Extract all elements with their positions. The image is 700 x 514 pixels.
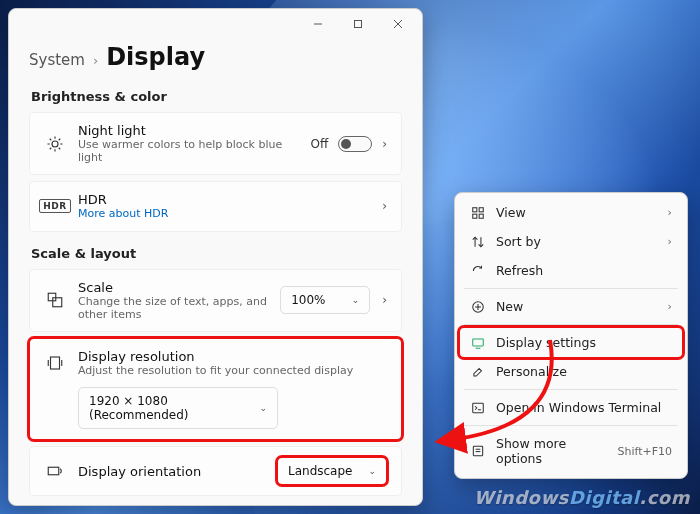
resolution-sub: Adjust the resolution to fit your connec… (78, 364, 387, 377)
night-light-sub: Use warmer colors to help block blue lig… (78, 138, 298, 164)
night-light-state: Off (310, 137, 328, 151)
svg-rect-32 (473, 446, 482, 455)
svg-rect-1 (355, 21, 362, 28)
chevron-right-icon: › (668, 206, 672, 219)
resolution-title: Display resolution (78, 349, 387, 364)
svg-rect-22 (479, 214, 483, 218)
svg-rect-19 (473, 207, 477, 211)
night-light-row[interactable]: Night light Use warmer colors to help bl… (29, 112, 402, 175)
watermark: WindowsDigital.com (474, 487, 690, 508)
minimize-button[interactable] (298, 10, 338, 38)
chevron-down-icon: ⌄ (352, 295, 360, 305)
svg-line-12 (59, 138, 61, 140)
svg-rect-18 (48, 467, 59, 475)
svg-rect-13 (48, 294, 56, 302)
settings-window: System › Display Brightness & color Nigh… (8, 8, 423, 506)
breadcrumb: System › Display (29, 43, 402, 71)
orientation-title: Display orientation (78, 464, 265, 479)
chevron-down-icon: ⌄ (259, 403, 267, 413)
svg-line-10 (59, 147, 61, 149)
breadcrumb-separator: › (93, 53, 98, 68)
resolution-select[interactable]: 1920 × 1080 (Recommended)⌄ (78, 387, 278, 429)
display-icon (470, 336, 486, 350)
hdr-icon: HDR (44, 199, 66, 213)
refresh-icon (470, 264, 486, 278)
svg-rect-30 (473, 403, 484, 412)
svg-line-11 (50, 147, 52, 149)
scale-title: Scale (78, 280, 268, 295)
breadcrumb-parent[interactable]: System (29, 51, 85, 69)
context-refresh[interactable]: Refresh (460, 256, 682, 285)
scale-icon (44, 291, 66, 309)
night-light-title: Night light (78, 123, 298, 138)
night-light-toggle[interactable] (338, 136, 372, 152)
maximize-button[interactable] (338, 10, 378, 38)
close-button[interactable] (378, 10, 418, 38)
context-more-options[interactable]: Show more options Shift+F10 (460, 429, 682, 473)
orientation-select[interactable]: Landscape⌄ (277, 457, 387, 485)
orientation-icon (44, 462, 66, 480)
svg-rect-28 (473, 338, 484, 345)
hdr-title: HDR (78, 192, 370, 207)
menu-separator (464, 288, 678, 289)
orientation-row[interactable]: Display orientation Landscape⌄ (29, 446, 402, 496)
sort-icon (470, 235, 486, 249)
svg-rect-14 (53, 298, 62, 307)
scale-sub: Change the size of text, apps, and other… (78, 295, 268, 321)
context-new[interactable]: New › (460, 292, 682, 321)
terminal-icon (470, 401, 486, 415)
chevron-right-icon: › (668, 300, 672, 313)
chevron-right-icon[interactable]: › (382, 199, 387, 213)
menu-separator (464, 425, 678, 426)
scale-select[interactable]: 100%⌄ (280, 286, 370, 314)
context-sort[interactable]: Sort by › (460, 227, 682, 256)
resolution-icon (44, 354, 66, 372)
chevron-right-icon[interactable]: › (382, 137, 387, 151)
context-terminal[interactable]: Open in Windows Terminal (460, 393, 682, 422)
section-scale-header: Scale & layout (31, 246, 402, 261)
hdr-row[interactable]: HDR HDR More about HDR › (29, 181, 402, 231)
chevron-right-icon[interactable]: › (382, 293, 387, 307)
svg-rect-15 (51, 357, 60, 369)
display-resolution-row[interactable]: Display resolution Adjust the resolution… (29, 338, 402, 440)
shortcut-label: Shift+F10 (617, 445, 672, 458)
context-personalize[interactable]: Personalize (460, 357, 682, 386)
svg-line-9 (50, 138, 52, 140)
context-display-settings[interactable]: Display settings (460, 328, 682, 357)
scale-row[interactable]: Scale Change the size of text, apps, and… (29, 269, 402, 332)
plus-icon (470, 300, 486, 314)
night-light-icon (44, 135, 66, 153)
menu-separator (464, 389, 678, 390)
page-title: Display (106, 43, 205, 71)
chevron-right-icon: › (668, 235, 672, 248)
hdr-link[interactable]: More about HDR (78, 207, 168, 220)
desktop-context-menu: View › Sort by › Refresh New › Display s… (454, 192, 688, 479)
svg-point-4 (52, 141, 58, 147)
section-brightness-header: Brightness & color (31, 89, 402, 104)
context-view[interactable]: View › (460, 198, 682, 227)
menu-separator (464, 324, 678, 325)
chevron-down-icon: ⌄ (368, 466, 376, 476)
titlebar (9, 9, 422, 39)
brush-icon (470, 365, 486, 379)
svg-rect-20 (479, 207, 483, 211)
more-icon (470, 444, 486, 458)
grid-icon (470, 206, 486, 220)
svg-rect-21 (473, 214, 477, 218)
